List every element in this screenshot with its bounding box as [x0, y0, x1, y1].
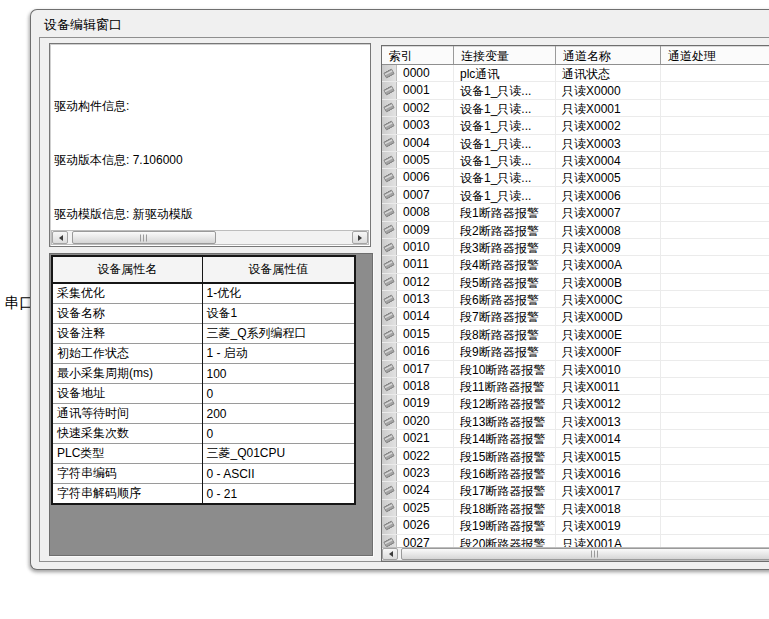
link-variable-cell: 设备1_只读...	[454, 100, 556, 116]
table-row[interactable]: 0012 段5断路器报警 只读X000B	[382, 274, 769, 291]
channel-name-cell: 通讯状态	[556, 65, 661, 81]
link-variable-cell: 段1断路器报警	[454, 204, 556, 220]
property-value-cell[interactable]: 200	[202, 404, 355, 424]
table-row[interactable]: 0013 段6断路器报警 只读X000C	[382, 291, 769, 308]
table-row[interactable]: 0007 设备1_只读... 只读X0006	[382, 187, 769, 204]
property-row[interactable]: 最小采集周期(ms) 100	[52, 364, 355, 384]
driver-info-line: 驱动构件信息:	[54, 100, 368, 114]
link-variable-cell: 段15断路器报警	[454, 448, 556, 464]
table-row[interactable]: 0000 plc通讯 通讯状态	[382, 65, 769, 82]
property-value-cell[interactable]: 0	[202, 424, 355, 444]
index-cell: 0024	[382, 482, 454, 498]
scroll-track[interactable]	[399, 548, 769, 560]
scroll-left-button[interactable]	[382, 548, 398, 560]
table-row[interactable]: 0021 段14断路器报警 只读X0014	[382, 430, 769, 447]
index-cell: 0000	[382, 65, 454, 81]
chip-icon	[382, 430, 397, 446]
scroll-right-button[interactable]	[352, 231, 368, 244]
table-row[interactable]: 0017 段10断路器报警 只读X0010	[382, 361, 769, 378]
table-row[interactable]: 0015 段8断路器报警 只读X000E	[382, 326, 769, 343]
link-variable-cell: 段12断路器报警	[454, 395, 556, 411]
channel-name-cell: 只读X000F	[556, 343, 661, 359]
property-row[interactable]: 设备名称 设备1	[52, 304, 355, 324]
table-row[interactable]: 0008 段1断路器报警 只读X0007	[382, 204, 769, 221]
channel-index: 0017	[397, 361, 430, 377]
property-row[interactable]: 设备注释 三菱_Q系列编程口	[52, 324, 355, 344]
channel-index: 0025	[397, 500, 430, 516]
property-row[interactable]: 初始工作状态 1 - 启动	[52, 344, 355, 364]
channel-index: 0003	[397, 117, 430, 133]
link-variable-cell: 段2断路器报警	[454, 222, 556, 238]
table-row[interactable]: 0010 段3断路器报警 只读X0009	[382, 239, 769, 256]
table-row[interactable]: 0025 段18断路器报警 只读X0018	[382, 500, 769, 517]
scroll-left-button[interactable]	[52, 231, 68, 244]
channel-table-panel: 索引 连接变量 通道名称 通道处理	[381, 45, 769, 562]
table-row[interactable]: 0004 设备1_只读... 只读X0003	[382, 135, 769, 152]
table-row[interactable]: 0002 设备1_只读... 只读X0001	[382, 100, 769, 117]
property-row[interactable]: 通讯等待时间 200	[52, 404, 355, 424]
channel-name-cell: 只读X0013	[556, 413, 661, 429]
property-value-cell[interactable]: 0	[202, 384, 355, 404]
table-row[interactable]: 0006 设备1_只读... 只读X0005	[382, 169, 769, 186]
table-row[interactable]: 0009 段2断路器报警 只读X0008	[382, 222, 769, 239]
table-row[interactable]: 0024 段17断路器报警 只读X0017	[382, 482, 769, 499]
scroll-track[interactable]	[69, 231, 351, 244]
channel-index: 0016	[397, 343, 430, 359]
property-row[interactable]: 采集优化 1-优化	[52, 283, 355, 304]
table-row[interactable]: 0011 段4断路器报警 只读X000A	[382, 256, 769, 273]
channel-index: 0012	[397, 274, 430, 290]
table-row[interactable]: 0026 段19断路器报警 只读X0019	[382, 517, 769, 534]
property-row[interactable]: PLC类型 三菱_Q01CPU	[52, 444, 355, 464]
link-variable-cell: 段6断路器报警	[454, 291, 556, 307]
property-name-cell: 设备地址	[52, 384, 202, 404]
channel-name-cell: 只读X0019	[556, 517, 661, 533]
channel-name-cell: 只读X0006	[556, 187, 661, 203]
table-row[interactable]: 0003 设备1_只读... 只读X0002	[382, 117, 769, 134]
property-row[interactable]: 字符串解码顺序 0 - 21	[52, 484, 355, 505]
channel-process-cell	[661, 65, 769, 81]
channel-process-cell	[661, 256, 769, 272]
property-row[interactable]: 快速采集次数 0	[52, 424, 355, 444]
chip-icon	[382, 135, 397, 151]
property-value-cell[interactable]: 0 - ASCII	[202, 464, 355, 484]
arrow-left-icon	[56, 235, 63, 241]
property-value-cell[interactable]: 0 - 21	[202, 484, 355, 505]
table-row[interactable]: 0016 段9断路器报警 只读X000F	[382, 343, 769, 360]
driver-info-line: 驱动版本信息: 7.106000	[54, 154, 368, 168]
scroll-thumb[interactable]	[72, 231, 216, 244]
device-property-table: 设备属性名 设备属性值 采集优化 1-优化 设备名称 设备1	[51, 255, 356, 505]
table-row[interactable]: 0005 设备1_只读... 只读X0004	[382, 152, 769, 169]
property-value-cell[interactable]: 三菱_Q系列编程口	[202, 324, 355, 344]
link-variable-cell: 段17断路器报警	[454, 482, 556, 498]
property-row[interactable]: 字符串编码 0 - ASCII	[52, 464, 355, 484]
table-row[interactable]: 0020 段13断路器报警 只读X0013	[382, 413, 769, 430]
table-row[interactable]: 0022 段15断路器报警 只读X0015	[382, 448, 769, 465]
property-row[interactable]: 设备地址 0	[52, 384, 355, 404]
table-row[interactable]: 0019 段12断路器报警 只读X0012	[382, 395, 769, 412]
channel-name-cell: 只读X0002	[556, 117, 661, 133]
property-name-cell: 快速采集次数	[52, 424, 202, 444]
table-row[interactable]: 0014 段7断路器报警 只读X000D	[382, 308, 769, 325]
property-value-cell[interactable]: 1-优化	[202, 283, 355, 304]
property-value-cell[interactable]: 100	[202, 364, 355, 384]
channel-name-cell: 只读X0010	[556, 361, 661, 377]
channel-process-cell	[661, 169, 769, 185]
channel-index: 0001	[397, 82, 430, 98]
channel-index: 0007	[397, 187, 430, 203]
link-variable-cell: 段16断路器报警	[454, 465, 556, 481]
table-row[interactable]: 0027 段20断路器报警 只读X001A	[382, 535, 769, 547]
scroll-thumb[interactable]	[401, 548, 769, 560]
chip-icon	[382, 256, 397, 272]
table-row[interactable]: 0018 段11断路器报警 只读X0011	[382, 378, 769, 395]
info-hscrollbar[interactable]	[51, 230, 369, 245]
link-variable-cell: 设备1_只读...	[454, 82, 556, 98]
channel-process-cell	[661, 482, 769, 498]
table-row[interactable]: 0023 段16断路器报警 只读X0016	[382, 465, 769, 482]
channel-hscrollbar[interactable]	[382, 547, 769, 561]
property-value-cell[interactable]: 1 - 启动	[202, 344, 355, 364]
table-row[interactable]: 0001 设备1_只读... 只读X0000	[382, 82, 769, 99]
property-value-cell[interactable]: 设备1	[202, 304, 355, 324]
property-value-cell[interactable]: 三菱_Q01CPU	[202, 444, 355, 464]
index-cell: 0002	[382, 100, 454, 116]
chip-icon	[382, 482, 397, 498]
